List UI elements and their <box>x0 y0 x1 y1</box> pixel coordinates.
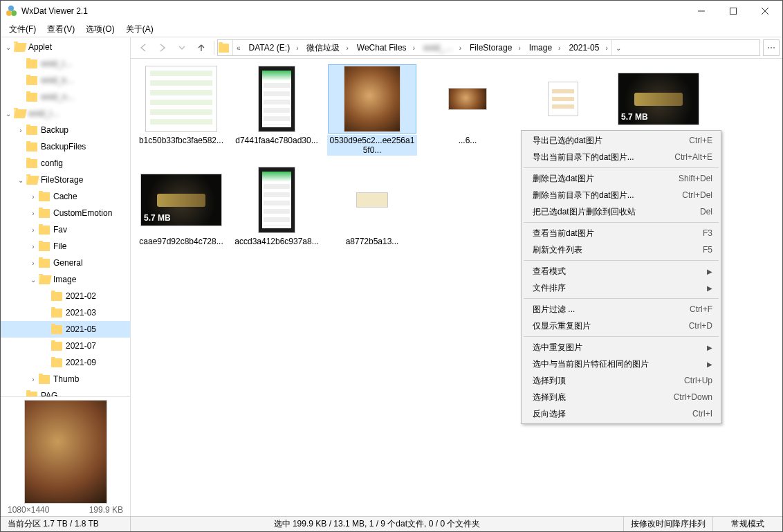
tree-item[interactable]: wxid_k… <box>1 72 130 89</box>
context-menu-item[interactable]: 选择到底Ctrl+Down <box>523 389 719 405</box>
context-menu-item[interactable]: 查看当前dat图片F3 <box>523 225 719 241</box>
tree-item[interactable]: PAG <box>1 387 130 396</box>
chevron-right-icon[interactable]: › <box>555 40 564 55</box>
nav-back-button[interactable] <box>135 39 151 56</box>
folder-icon <box>26 159 37 168</box>
context-menu-item[interactable]: 把已选dat图片删除到回收站Del <box>523 203 719 220</box>
chevron-right-icon[interactable]: › <box>409 40 418 55</box>
chevron-right-icon[interactable]: › <box>28 225 38 235</box>
breadcrumb-root[interactable] <box>218 40 233 55</box>
breadcrumb[interactable]: «DATA2 (E:)›微信垃圾›WeChat Files›wxid_…›Fil… <box>217 39 760 56</box>
tree-item[interactable]: 2021-09 <box>1 354 130 371</box>
menu-view[interactable]: 查看(V) <box>42 22 80 37</box>
breadcrumb-item[interactable]: 微信垃圾 <box>302 40 342 55</box>
context-menu-label: 选择到底 <box>533 392 674 403</box>
thumb-filename: ...6... <box>423 135 513 146</box>
breadcrumb-item[interactable]: 2021-05 <box>564 40 602 55</box>
context-menu-item[interactable]: 反向选择Ctrl+I <box>523 405 719 422</box>
tree-item[interactable]: ›File <box>1 238 130 255</box>
chevron-right-icon[interactable]: › <box>16 125 26 135</box>
tree-item[interactable]: ⌄Applet <box>1 39 130 55</box>
context-menu-item[interactable]: 导出已选的dat图片Ctrl+E <box>523 132 719 149</box>
chevron-right-icon[interactable]: › <box>515 40 524 55</box>
tree-item[interactable]: 2021-03 <box>1 304 130 321</box>
maximize-button[interactable] <box>717 1 749 21</box>
chevron-down-icon[interactable]: ⌄ <box>28 275 38 284</box>
chevron-right-icon[interactable]: › <box>293 40 302 55</box>
tree-item[interactable]: wxid_t… <box>1 55 130 72</box>
breadcrumb-item[interactable]: wxid_… <box>418 40 456 55</box>
breadcrumb-item[interactable]: WeChat Files <box>352 40 409 55</box>
menu-about[interactable]: 关于(A) <box>120 22 159 37</box>
tree-item[interactable]: ›Fav <box>1 221 130 238</box>
tree-item[interactable]: ⌄wxid_l… <box>1 105 130 122</box>
context-menu-item[interactable]: 导出当前目录下的dat图片...Ctrl+Alt+E <box>523 149 719 165</box>
breadcrumb-more-button[interactable]: ⋯ <box>763 39 780 56</box>
file-thumb[interactable]: 0530d9e5c2...ee256a15f0... <box>324 63 420 157</box>
thumb-image <box>145 66 217 132</box>
nav-recent-button[interactable] <box>174 39 190 56</box>
context-menu-item[interactable]: 选择到顶Ctrl+Up <box>523 372 719 389</box>
breadcrumb-item[interactable]: FileStorage <box>465 40 515 55</box>
chevron-right-icon[interactable]: › <box>342 40 351 55</box>
context-menu-item[interactable]: 仅显示重复图片Ctrl+D <box>523 318 719 334</box>
context-menu-label: 图片过滤 ... <box>533 304 690 315</box>
file-thumb[interactable]: 5.7 MBcaae97d92c8b4c728... <box>133 164 229 248</box>
breadcrumb-dropdown[interactable]: ⌄ <box>611 40 625 55</box>
chevron-right-icon[interactable]: › <box>602 40 611 55</box>
chevron-right-icon[interactable]: › <box>28 192 38 201</box>
file-thumb[interactable]: d7441faa4c780ad30... <box>229 63 324 157</box>
tree-item[interactable]: 2021-07 <box>1 338 130 354</box>
context-menu-item[interactable]: 删除已选dat图片Shift+Del <box>523 170 719 187</box>
file-thumb[interactable]: accd3a412b6c937a8... <box>229 164 324 248</box>
nav-forward-button[interactable] <box>154 39 171 56</box>
context-menu-label: 反向选择 <box>533 408 692 420</box>
breadcrumb-item[interactable]: Image <box>524 40 555 55</box>
context-menu-item[interactable]: 文件排序▶ <box>523 279 719 296</box>
file-thumb[interactable]: ...6... <box>420 63 515 157</box>
tree-item[interactable]: 2021-02 <box>1 288 130 304</box>
breadcrumb-overflow[interactable]: « <box>233 40 244 55</box>
chevron-down-icon[interactable]: ⌄ <box>3 42 13 52</box>
tree-item-label: 2021-03 <box>66 308 96 318</box>
tree-item[interactable]: ›Cache <box>1 188 130 205</box>
menu-file[interactable]: 文件(F) <box>3 22 42 37</box>
chevron-right-icon[interactable]: › <box>28 374 38 384</box>
menu-separator <box>524 167 719 168</box>
chevron-right-icon[interactable]: › <box>28 208 38 218</box>
context-menu-item[interactable]: 刷新文件列表F5 <box>523 241 719 258</box>
tree-item[interactable]: ›Backup <box>1 122 130 138</box>
tree-item-label: 2021-02 <box>66 291 96 301</box>
tree-item[interactable]: wxid_n… <box>1 89 130 105</box>
file-grid[interactable]: b1c50b33fbc3fae582...d7441faa4c780ad30..… <box>131 59 782 516</box>
tree-item[interactable]: ›Thumb <box>1 371 130 387</box>
file-thumb[interactable]: a8772b5a13... <box>324 164 420 248</box>
folder-tree[interactable]: ⌄Appletwxid_t…wxid_k…wxid_n…⌄wxid_l…›Bac… <box>1 37 130 396</box>
tree-item[interactable]: ›General <box>1 255 130 271</box>
context-menu-item[interactable]: 图片过滤 ...Ctrl+F <box>523 301 719 318</box>
folder-icon <box>39 375 50 384</box>
tree-item[interactable]: ⌄FileStorage <box>1 172 130 188</box>
nav-up-button[interactable] <box>193 39 210 56</box>
chevron-right-icon[interactable]: › <box>28 258 38 268</box>
context-menu-item[interactable]: 选中与当前图片特征相同的图片▶ <box>523 356 719 372</box>
tree-item[interactable]: BackupFiles <box>1 138 130 155</box>
chevron-down-icon[interactable]: ⌄ <box>16 175 26 185</box>
tree-item[interactable]: 2021-05 <box>1 321 130 338</box>
chevron-down-icon[interactable]: ⌄ <box>3 109 13 118</box>
breadcrumb-item[interactable]: DATA2 (E:) <box>244 40 293 55</box>
minimize-button[interactable] <box>685 1 717 21</box>
tree-item[interactable]: ›CustomEmotion <box>1 205 130 221</box>
menu-options[interactable]: 选项(O) <box>80 22 120 37</box>
tree-item[interactable]: config <box>1 155 130 172</box>
chevron-right-icon[interactable]: › <box>456 40 465 55</box>
context-menu-item[interactable]: 查看模式▶ <box>523 263 719 279</box>
context-menu-item[interactable]: 选中重复图片▶ <box>523 339 719 356</box>
tree-item[interactable]: ⌄Image <box>1 271 130 288</box>
chevron-right-icon: ▶ <box>707 360 712 368</box>
chevron-right-icon[interactable]: › <box>28 241 38 251</box>
file-thumb[interactable]: b1c50b33fbc3fae582... <box>133 63 229 157</box>
context-menu-item[interactable]: 删除当前目录下的dat图片...Ctrl+Del <box>523 187 719 203</box>
close-button[interactable] <box>749 1 781 21</box>
context-menu-accel: Ctrl+Down <box>674 392 712 402</box>
